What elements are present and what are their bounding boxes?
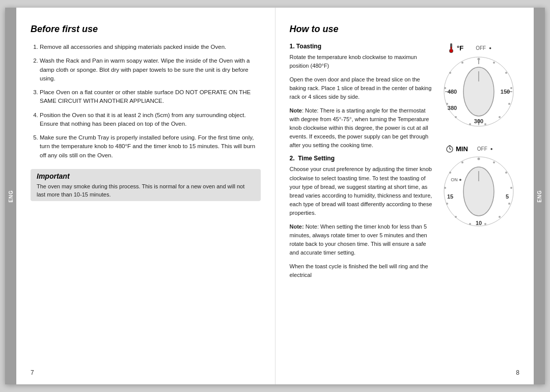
svg-point-41 xyxy=(455,216,457,218)
svg-point-19 xyxy=(444,87,446,89)
list-item-2: Wash the Rack and Pan in warm soapy wate… xyxy=(40,57,261,83)
pages: Before first use Remove all accessories … xyxy=(16,8,534,384)
svg-point-17 xyxy=(455,116,457,118)
time-setting-note: Note: Note: When setting the timer knob … xyxy=(290,222,433,257)
left-eng-label: ENG xyxy=(8,190,14,203)
svg-text:10: 10 xyxy=(476,220,482,226)
svg-point-14 xyxy=(499,116,501,118)
important-text: The oven may smoke during this process. … xyxy=(37,182,255,199)
time-setting-title: 2. Time Setting xyxy=(290,155,433,162)
svg-point-15 xyxy=(484,123,486,125)
dials-column: °F OFF ● xyxy=(438,43,519,374)
svg-point-42 xyxy=(446,203,448,205)
toasting-title: 1. Toasting xyxy=(290,43,433,50)
svg-text:480: 480 xyxy=(448,89,457,95)
svg-point-3 xyxy=(450,49,453,52)
left-page-title: Before first use xyxy=(31,24,261,35)
svg-point-21 xyxy=(461,62,463,64)
spread: ENG Before first use Remove all accessor… xyxy=(5,8,545,384)
svg-point-13 xyxy=(508,103,510,105)
svg-point-12 xyxy=(510,87,512,89)
temp-off-label: OFF xyxy=(476,45,486,51)
timer-icon xyxy=(446,145,454,153)
temperature-dial: °F OFF ● xyxy=(441,43,517,129)
temp-unit-label: °F xyxy=(457,44,463,52)
left-page: Before first use Remove all accessories … xyxy=(16,8,276,384)
svg-point-10 xyxy=(493,62,495,64)
svg-point-33 xyxy=(478,158,480,160)
list-item-1: Remove all accessories and shipping mate… xyxy=(40,43,261,51)
right-content: 1. Toasting Rotate the temperature knob … xyxy=(290,43,520,374)
svg-point-40 xyxy=(469,223,471,225)
toasting-para-2: Open the oven door and place the bread s… xyxy=(290,75,433,101)
right-eng-label: ENG xyxy=(537,190,542,203)
svg-point-45 xyxy=(461,161,463,163)
important-title: Important xyxy=(37,172,255,180)
svg-point-44 xyxy=(449,172,451,174)
svg-text:300: 300 xyxy=(474,118,483,124)
timer-off-label: OFF xyxy=(477,146,487,152)
how-to-text: 1. Toasting Rotate the temperature knob … xyxy=(290,43,438,374)
svg-text:5: 5 xyxy=(506,193,509,200)
svg-point-16 xyxy=(469,123,471,125)
timer-dial-svg: ON ● 15 5 10 xyxy=(441,154,516,229)
svg-point-9 xyxy=(478,58,480,61)
right-page-number: 8 xyxy=(516,369,519,376)
right-eng-tab: ENG xyxy=(534,8,545,384)
list-item-3: Place Oven on a flat counter or other st… xyxy=(40,88,261,106)
right-page-title: How to use xyxy=(290,24,520,35)
list-item-4: Position the Oven so that it is at least… xyxy=(40,111,261,129)
timer-unit-label: MIN xyxy=(456,145,468,153)
time-setting-para-1: Choose your crust preference by adjustin… xyxy=(290,165,433,217)
thermometer-icon xyxy=(448,43,455,53)
svg-point-37 xyxy=(508,203,510,205)
important-box: Important The oven may smoke during this… xyxy=(31,169,261,201)
temperature-dial-svg: 480 380 300 150 xyxy=(441,54,516,129)
svg-text:150: 150 xyxy=(501,89,510,95)
svg-text:380: 380 xyxy=(448,105,457,111)
svg-point-11 xyxy=(505,72,507,74)
left-eng-tab: ENG xyxy=(5,8,16,384)
svg-point-39 xyxy=(484,223,486,225)
toasting-para-1: Rotate the temperature knob clockwise to… xyxy=(290,53,433,70)
before-first-use-list: Remove all accessories and shipping mate… xyxy=(31,43,261,160)
time-setting-para-3: When the toast cycle is finished the bel… xyxy=(290,262,433,279)
svg-point-35 xyxy=(505,172,507,174)
right-page: How to use 1. Toasting Rotate the temper… xyxy=(276,8,534,384)
svg-point-20 xyxy=(449,72,451,74)
left-page-number: 7 xyxy=(31,369,34,376)
toasting-note: Note: Note: There is a starting angle fo… xyxy=(290,106,433,150)
svg-text:ON ●: ON ● xyxy=(451,177,461,182)
svg-point-38 xyxy=(499,216,501,218)
svg-point-34 xyxy=(493,161,495,163)
svg-text:15: 15 xyxy=(447,193,453,200)
svg-point-43 xyxy=(444,187,446,189)
timer-dial: MIN OFF ● xyxy=(441,145,517,231)
list-item-5: Make sure the Crumb Tray is properly ins… xyxy=(40,133,261,160)
svg-point-36 xyxy=(510,187,512,189)
